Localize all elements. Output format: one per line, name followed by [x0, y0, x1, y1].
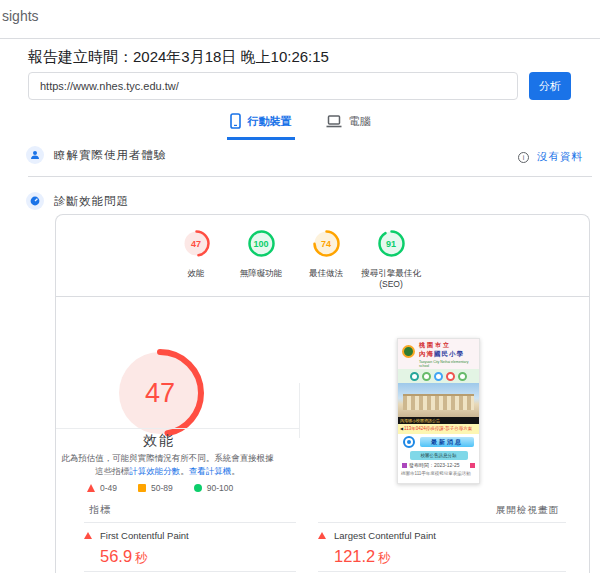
category-performance[interactable]: 47 效能	[164, 228, 228, 279]
thumb-date-row: 發布時間：2023-12-25	[398, 460, 479, 470]
seo-score-gauge: 91	[376, 228, 407, 259]
section-divider	[28, 176, 592, 177]
desktop-icon	[326, 115, 342, 128]
best-practices-score-gauge: 74	[311, 228, 342, 259]
performance-description: 此為預估值，可能與實際情況有所不同。系統會直接根據這些指標計算效能分數。查看計算…	[59, 452, 276, 478]
diagnose-gauge-icon	[26, 192, 44, 210]
info-icon[interactable]	[518, 152, 529, 163]
thumb-nav-icons	[398, 369, 479, 383]
tab-mobile[interactable]: 行動裝置	[227, 111, 295, 140]
calc-score-link[interactable]: 計算效能分數	[129, 466, 180, 476]
thumb-building	[403, 394, 474, 410]
report-created-time: 報告建立時間：2024年3月18日 晚上10:26:15	[28, 48, 329, 67]
card-divider	[56, 296, 589, 297]
pass-range-icon	[194, 484, 202, 492]
megaphone-icon	[403, 436, 415, 448]
category-seo[interactable]: 91 搜尋引擎最佳化 (SEO)	[359, 228, 423, 289]
bullet-icon	[470, 463, 475, 468]
thumb-nav-icon	[458, 372, 467, 381]
thumb-news-row: 最新消息	[398, 434, 479, 450]
category-label: 最佳做法	[294, 268, 358, 279]
category-label: 無障礙功能	[229, 268, 293, 279]
no-data-link[interactable]: 沒有資料	[537, 150, 583, 164]
category-best-practices[interactable]: 74 最佳做法	[294, 228, 358, 279]
metrics-label: 指標	[89, 503, 111, 517]
tab-mobile-label: 行動裝置	[248, 114, 292, 129]
performance-score-gauge: 47	[181, 228, 212, 259]
metric-name: First Contentful Paint	[100, 530, 189, 541]
device-tabs: 行動裝置 電腦	[0, 111, 600, 140]
category-sublabel: (SEO)	[359, 279, 423, 289]
school-logo-icon	[402, 345, 415, 358]
metric-value: 121.2秒	[334, 547, 566, 567]
url-input[interactable]	[28, 72, 518, 100]
page-screenshot-thumbnail[interactable]: 桃園市立 內海國民小學 Taoyuan City Neihai elementa…	[397, 338, 480, 484]
tab-desktop[interactable]: 電腦	[323, 111, 374, 140]
performance-big-gauge: 47	[112, 345, 208, 445]
score-legend: 0-49 50-89 90-100	[87, 483, 233, 493]
next-metric-divider	[318, 571, 566, 572]
performance-section-title: 效能	[109, 432, 209, 450]
thumb-nav-icon	[422, 372, 431, 381]
thumb-category-button: 校園公告訊息分類	[410, 451, 468, 460]
legend-average: 50-89	[138, 483, 173, 493]
thumb-school-name: 桃園市立 內海國民小學 Taoyuan City Neihai elementa…	[419, 341, 479, 368]
thumb-alert-bar: 113年0424停班停課-親子台專方案	[398, 424, 479, 434]
header-divider	[0, 38, 600, 39]
fail-triangle-icon	[318, 532, 326, 539]
analyze-button[interactable]: 分析	[529, 72, 571, 100]
legend-fail: 0-49	[87, 483, 117, 493]
speaker-icon	[400, 426, 403, 431]
thumb-nav-icon	[434, 372, 443, 381]
app-title: sights	[2, 8, 39, 24]
layout-divider-vertical	[299, 383, 300, 438]
thumb-bottom-text: 桃園市111學年度模範兒童表揚活動	[398, 470, 479, 478]
no-data-wrap: 沒有資料	[518, 150, 583, 164]
metrics-header: 指標 展開檢視畫面	[89, 503, 559, 517]
thumb-site-header: 桃園市立 內海國民小學 Taoyuan City Neihai elementa…	[398, 339, 479, 369]
field-data-section-header: 瞭解實際使用者體驗	[26, 146, 167, 164]
diagnose-title: 診斷效能問題	[54, 194, 129, 209]
see-calculator-link[interactable]: 查看計算機	[189, 466, 232, 476]
category-label: 效能	[164, 268, 228, 279]
legend-pass: 90-100	[194, 483, 233, 493]
category-label: 搜尋引擎最佳化	[359, 268, 423, 279]
thumb-nav-icon	[410, 372, 419, 381]
fail-triangle-icon	[84, 532, 92, 539]
thumb-nav-icon	[446, 372, 455, 381]
metric-lcp: Largest Contentful Paint 121.2秒	[318, 522, 566, 567]
field-data-title: 瞭解實際使用者體驗	[54, 148, 167, 163]
bullet-icon	[402, 463, 407, 468]
pagespeed-insights-page: sights 報告建立時間：2024年3月18日 晚上10:26:15 分析 行…	[0, 0, 600, 573]
thumb-marquee-dark: 內海國小校園資訊公告	[398, 417, 479, 424]
expand-view-link[interactable]: 展開檢視畫面	[496, 504, 559, 517]
layout-divider-horizontal	[56, 428, 299, 429]
phone-icon	[230, 113, 241, 129]
fail-range-icon	[87, 484, 95, 492]
metric-value: 56.9秒	[100, 547, 296, 567]
tab-desktop-label: 電腦	[349, 114, 371, 129]
metric-fcp: First Contentful Paint 56.9秒	[84, 522, 296, 567]
average-range-icon	[138, 484, 146, 492]
accessibility-score-gauge: 100	[246, 228, 277, 259]
metric-name: Largest Contentful Paint	[334, 530, 436, 541]
next-metric-divider	[84, 571, 296, 572]
category-accessibility[interactable]: 100 無障礙功能	[229, 228, 293, 279]
thumb-news-banner: 最新消息	[420, 437, 474, 447]
report-card: 47 效能 100 無障礙功能 74 最佳做法 91 搜尋引擎最佳化 (SEO)…	[55, 214, 590, 573]
user-experience-icon	[26, 146, 44, 164]
diagnose-section-header: 診斷效能問題	[26, 192, 129, 210]
thumb-building-photo	[398, 383, 479, 417]
